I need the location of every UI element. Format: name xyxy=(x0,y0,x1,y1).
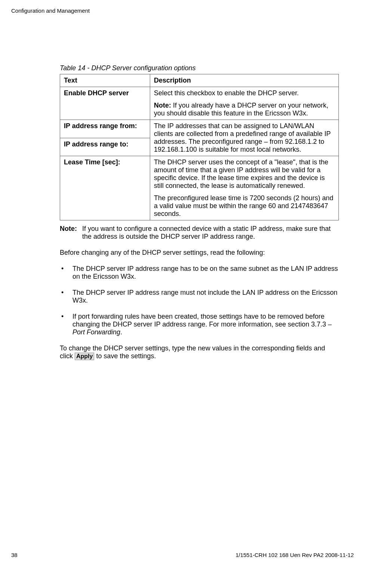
row-description: Select this checkbox to enable the DHCP … xyxy=(150,87,339,120)
desc-text: The preconfigured lease time is 7200 sec… xyxy=(154,194,335,218)
bullet-icon: • xyxy=(60,265,72,281)
para-text: to save the settings. xyxy=(94,352,156,360)
apply-button[interactable]: Apply xyxy=(75,353,94,360)
row-label: IP address range to: xyxy=(60,138,150,156)
bullet-icon: • xyxy=(60,289,72,304)
page-footer: 38 1/1551-CRH 102 168 Uen Rev PA2 2008-1… xyxy=(11,552,354,558)
list-item-text: The DHCP server IP address range must no… xyxy=(72,289,339,304)
row-label: Enable DHCP server xyxy=(60,87,150,120)
table-caption: Table 14 - DHCP Server configuration opt… xyxy=(60,64,339,72)
section-header: Configuration and Management xyxy=(11,7,346,14)
bullet-list: • The DHCP server IP address range has t… xyxy=(60,265,339,336)
list-item-text: The DHCP server IP address range has to … xyxy=(72,265,339,281)
row-label: IP address range from: xyxy=(60,120,150,138)
desc-text: Note: If you already have a DHCP server … xyxy=(154,102,335,117)
page-number: 38 xyxy=(11,552,18,558)
desc-text: If you already have a DHCP server on you… xyxy=(154,102,328,117)
list-item: • The DHCP server IP address range must … xyxy=(60,289,339,304)
list-item: • The DHCP server IP address range has t… xyxy=(60,265,339,281)
table-row: Lease Time [sec]: The DHCP server uses t… xyxy=(60,156,339,220)
note-label: Note: xyxy=(60,225,82,241)
row-description: The IP addresses that can be assigned to… xyxy=(150,120,339,156)
doc-id: 1/1551-CRH 102 168 Uen Rev PA2 2008-11-1… xyxy=(235,552,354,558)
body-paragraph: Before changing any of the DHCP server s… xyxy=(60,249,339,257)
list-text-part: If port forwarding rules have been creat… xyxy=(72,313,332,328)
list-text-italic: Port Forwarding xyxy=(72,328,120,336)
row-label: Lease Time [sec]: xyxy=(60,156,150,220)
note-prefix: Note: xyxy=(154,102,171,109)
row-description: The DHCP server uses the concept of a "l… xyxy=(150,156,339,220)
table-row: Enable DHCP server Select this checkbox … xyxy=(60,87,339,120)
list-item-text: If port forwarding rules have been creat… xyxy=(72,313,339,336)
list-item: • If port forwarding rules have been cre… xyxy=(60,313,339,336)
table-row: IP address range from: The IP addresses … xyxy=(60,120,339,138)
desc-text: The DHCP server uses the concept of a "l… xyxy=(154,158,335,190)
desc-text: Select this checkbox to enable the DHCP … xyxy=(154,89,335,97)
note-block: Note: If you want to configure a connect… xyxy=(60,225,339,241)
bullet-icon: • xyxy=(60,313,72,336)
note-text: If you want to configure a connected dev… xyxy=(82,225,339,241)
table-head-text: Text xyxy=(60,74,150,87)
dhcp-options-table: Text Description Enable DHCP server Sele… xyxy=(60,74,339,220)
list-text-part: . xyxy=(120,328,122,336)
body-paragraph: To change the DHCP server settings, type… xyxy=(60,344,339,360)
table-head-description: Description xyxy=(150,74,339,87)
